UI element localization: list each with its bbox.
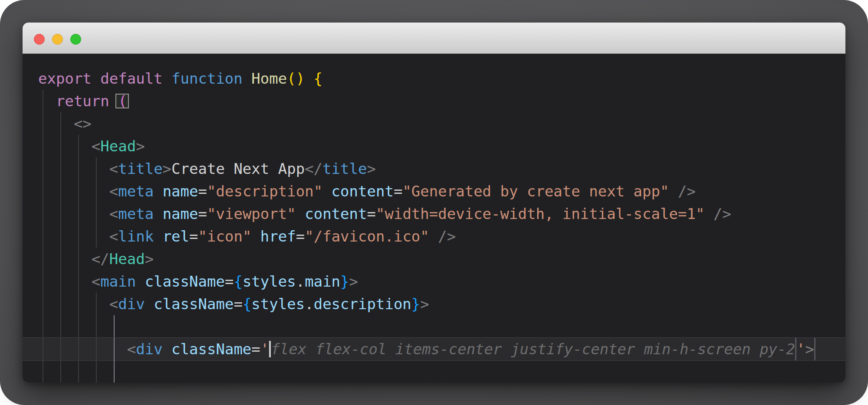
token-tag: div	[118, 295, 145, 313]
token-fname: Home	[251, 70, 287, 87]
token-tag: title	[118, 160, 162, 177]
token-plain	[38, 250, 92, 268]
window-controls	[34, 34, 81, 45]
code-line	[23, 315, 845, 338]
column-bar	[814, 338, 815, 360]
token-attribute: name	[163, 205, 198, 222]
token-punctuation: >	[163, 160, 171, 177]
minimize-button[interactable]	[52, 34, 63, 45]
token-attribute: description	[314, 295, 411, 313]
indent-guide	[78, 202, 79, 225]
token-punctuation: >	[349, 273, 358, 290]
token-string: "icon"	[198, 228, 252, 245]
token-tag: div	[136, 340, 162, 358]
token-equals: =	[198, 205, 207, 222]
token-punctuation: >	[420, 295, 429, 313]
token-attribute: content	[305, 205, 367, 222]
token-attribute: styles	[251, 295, 305, 313]
token-bracket3: }	[340, 273, 349, 290]
token-plain	[305, 70, 313, 87]
token-plain	[296, 205, 305, 222]
active-indent-guide	[114, 360, 115, 382]
token-tag: meta	[118, 205, 154, 222]
token-attribute: className	[145, 273, 225, 290]
indent-guide	[96, 338, 97, 360]
token-punctuation: >	[806, 340, 814, 358]
token-equals: =	[233, 295, 242, 313]
indent-guide	[78, 338, 79, 360]
token-attribute: className	[154, 295, 233, 313]
token-bracket3: {	[243, 295, 251, 313]
indent-guide	[60, 270, 61, 293]
token-kwfunction: function	[171, 70, 251, 87]
token-bracket1: ()	[287, 70, 305, 87]
token-equals: =	[251, 340, 260, 358]
token-equals: .	[296, 273, 305, 290]
indent-guide	[78, 270, 79, 293]
indent-guide	[43, 135, 43, 157]
indent-guide	[96, 202, 97, 225]
code-line: return (	[23, 90, 845, 112]
token-equals: =	[189, 228, 198, 245]
indent-guide	[43, 180, 43, 202]
token-string: "Generated by create next app"	[402, 183, 669, 200]
token-punctuation: <	[92, 273, 100, 290]
token-attribute: className	[171, 340, 251, 358]
token-string: "width=device-width, initial-scale=1"	[376, 205, 704, 222]
code-line: <title>Create Next App</title>	[23, 157, 845, 180]
token-plain	[154, 228, 162, 245]
token-attribute: href	[260, 228, 296, 245]
indent-guide	[60, 225, 61, 248]
indent-guide	[43, 157, 43, 180]
token-plain	[669, 183, 677, 200]
token-string: "/favicon.ico"	[305, 228, 429, 245]
indent-guide	[60, 112, 61, 135]
token-punctuation: >	[367, 160, 375, 177]
token-attribute: content	[332, 183, 394, 200]
indent-guide	[96, 293, 97, 315]
token-punctuation: <>	[74, 115, 92, 132]
indent-guide	[43, 338, 43, 360]
indent-guide	[60, 248, 61, 270]
code-editor[interactable]: export default function Home() { return …	[23, 54, 845, 382]
title-bar[interactable]	[23, 23, 845, 54]
token-punctuation: >	[145, 250, 154, 268]
token-punctuation: <	[92, 137, 100, 155]
token-punctuation: <	[109, 160, 118, 177]
token-keyword: export default	[38, 70, 171, 87]
code-line: <div className='flex flex-col items-cent…	[23, 338, 845, 360]
token-keyword: return	[56, 92, 118, 110]
code-line: <div className={styles.description}>	[23, 293, 845, 315]
indent-guide	[60, 338, 61, 360]
token-plain	[145, 295, 154, 313]
token-string: '	[796, 340, 805, 358]
token-plain	[38, 137, 92, 155]
close-button[interactable]	[34, 34, 45, 45]
token-plain	[38, 228, 109, 245]
token-equals: =	[394, 183, 402, 200]
token-plain	[38, 92, 56, 110]
token-punctuation: <	[127, 340, 136, 358]
token-plain	[154, 205, 162, 222]
indent-guide	[78, 248, 79, 270]
token-attribute: main	[305, 273, 340, 290]
indent-guide	[43, 293, 43, 315]
zoom-button[interactable]	[70, 34, 81, 45]
indent-guide	[43, 225, 43, 248]
token-bracket2: (	[118, 92, 127, 110]
token-bracket3: {	[233, 273, 242, 290]
indent-guide	[43, 270, 43, 293]
token-equals: =	[225, 273, 233, 290]
token-attribute: name	[163, 183, 198, 200]
indent-guide	[78, 293, 79, 315]
indent-guide	[96, 180, 97, 202]
token-tag: title	[322, 160, 367, 177]
token-plain	[38, 205, 109, 222]
token-string: '	[260, 340, 269, 358]
token-string: "description"	[207, 183, 322, 200]
app-window: export default function Home() { return …	[23, 23, 845, 382]
indent-guide	[60, 293, 61, 315]
indent-guide	[60, 315, 61, 338]
token-punctuation: <	[109, 295, 118, 313]
token-plain	[136, 273, 145, 290]
